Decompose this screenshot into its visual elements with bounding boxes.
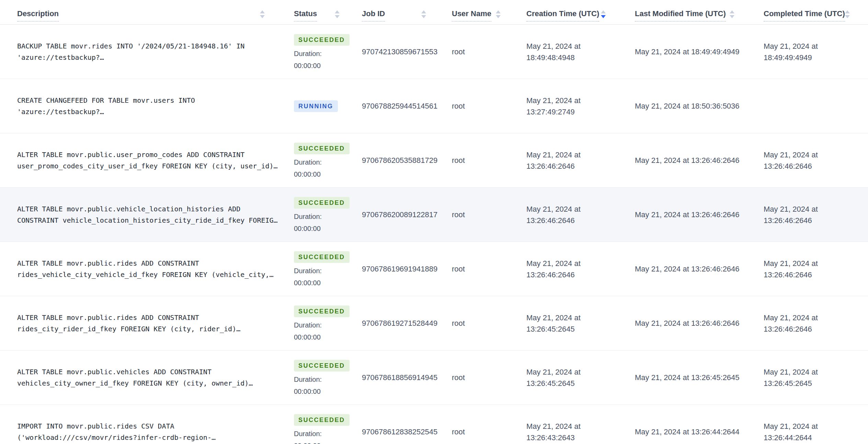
job-description-link[interactable]: BACKUP TABLE movr.rides INTO '/2024/05/2…: [0, 25, 294, 79]
sort-asc-icon[interactable]: [421, 10, 426, 13]
sort-asc-icon[interactable]: [601, 10, 606, 13]
user-name: root: [452, 296, 526, 350]
last-modified-time: May 21, 2024 at 13:26:45:2645: [635, 351, 764, 404]
table-row: ALTER TABLE movr.public.vehicle_location…: [0, 188, 868, 242]
sort-control[interactable]: [335, 10, 340, 18]
table-row: ALTER TABLE movr.public.rides ADD CONSTR…: [0, 242, 868, 296]
job-id: 970678620535881729: [362, 133, 452, 187]
completed-time: May 21, 2024 at 13:26:46:2646: [764, 242, 868, 296]
duration-value: 00:00:00: [294, 224, 321, 233]
column-header-completed-time[interactable]: Completed Time (UTC): [764, 0, 868, 24]
sort-desc-icon[interactable]: [260, 15, 265, 18]
sort-desc-icon[interactable]: [421, 15, 426, 18]
duration-label: Duration:: [294, 375, 322, 384]
duration-value: 00:00:00: [294, 62, 321, 70]
job-status-cell: SUCCEEDED Duration: 00:00:00: [294, 296, 362, 350]
creation-time: May 21, 2024 at 13:27:49:2749: [526, 79, 635, 133]
jobs-table: Description Status Job ID User Name Crea…: [0, 0, 868, 444]
sort-asc-icon[interactable]: [496, 10, 501, 13]
last-modified-time: May 21, 2024 at 13:26:44:2644: [635, 405, 764, 444]
column-label-job-id: Job ID: [362, 10, 385, 22]
job-description-link[interactable]: ALTER TABLE movr.public.rides ADD CONSTR…: [0, 242, 294, 296]
job-description-link[interactable]: ALTER TABLE movr.public.vehicle_location…: [0, 188, 294, 242]
column-header-creation-time[interactable]: Creation Time (UTC): [526, 0, 635, 24]
job-description-link[interactable]: ALTER TABLE movr.public.user_promo_codes…: [0, 133, 294, 187]
duration-label: Duration:: [294, 49, 322, 58]
sort-desc-icon[interactable]: [335, 15, 340, 18]
completed-time: May 21, 2024 at 13:26:46:2646: [764, 188, 868, 242]
creation-time: May 21, 2024 at 18:49:48:4948: [526, 25, 635, 79]
column-header-user-name[interactable]: User Name: [452, 0, 526, 24]
column-header-job-id[interactable]: Job ID: [362, 0, 452, 24]
status-badge: SUCCEEDED: [294, 414, 350, 426]
job-id: 970678619691941889: [362, 242, 452, 296]
sort-control[interactable]: [845, 10, 850, 18]
column-header-description[interactable]: Description: [0, 0, 294, 24]
creation-time: May 21, 2024 at 13:26:45:2645: [526, 351, 635, 404]
job-id: 970678620089122817: [362, 188, 452, 242]
status-badge: SUCCEEDED: [294, 197, 350, 209]
job-id: 970678612838252545: [362, 405, 452, 444]
column-header-last-modified-time[interactable]: Last Modified Time (UTC): [635, 0, 764, 24]
user-name: root: [452, 351, 526, 404]
sort-desc-icon[interactable]: [730, 15, 734, 18]
sort-asc-icon[interactable]: [730, 10, 734, 13]
sort-asc-icon[interactable]: [335, 10, 340, 13]
column-label-description: Description: [17, 10, 59, 22]
duration-value: 00:00:00: [294, 170, 321, 178]
creation-time: May 21, 2024 at 13:26:46:2646: [526, 242, 635, 296]
user-name: root: [452, 79, 526, 133]
status-badge: SUCCEEDED: [294, 251, 350, 263]
last-modified-time: May 21, 2024 at 18:49:49:4949: [635, 25, 764, 79]
table-row: CREATE CHANGEFEED FOR TABLE movr.users I…: [0, 79, 868, 133]
last-modified-time: May 21, 2024 at 13:26:46:2646: [635, 133, 764, 187]
sort-desc-icon[interactable]: [496, 15, 501, 18]
job-status-cell: SUCCEEDED Duration: 00:00:00: [294, 351, 362, 404]
completed-time: May 21, 2024 at 13:26:46:2646: [764, 133, 868, 187]
user-name: root: [452, 133, 526, 187]
duration-label: Duration:: [294, 267, 322, 275]
completed-time: [764, 79, 868, 133]
completed-time: May 21, 2024 at 13:26:44:2644: [764, 405, 868, 444]
sort-control[interactable]: [260, 10, 265, 18]
column-label-user-name: User Name: [452, 10, 491, 22]
status-badge: SUCCEEDED: [294, 34, 350, 46]
job-description-link[interactable]: ALTER TABLE movr.public.rides ADD CONSTR…: [0, 296, 294, 350]
user-name: root: [452, 188, 526, 242]
last-modified-time: May 21, 2024 at 13:26:46:2646: [635, 296, 764, 350]
completed-time: May 21, 2024 at 13:26:46:2646: [764, 296, 868, 350]
table-row: BACKUP TABLE movr.rides INTO '/2024/05/2…: [0, 25, 868, 79]
table-row: ALTER TABLE movr.public.rides ADD CONSTR…: [0, 296, 868, 351]
sort-asc-icon[interactable]: [260, 10, 265, 13]
user-name: root: [452, 405, 526, 444]
job-description-link[interactable]: CREATE CHANGEFEED FOR TABLE movr.users I…: [0, 79, 294, 133]
sort-control[interactable]: [730, 10, 734, 18]
last-modified-time: May 21, 2024 at 13:26:46:2646: [635, 242, 764, 296]
status-badge: SUCCEEDED: [294, 306, 350, 317]
job-id: 970678619271528449: [362, 296, 452, 350]
sort-desc-icon[interactable]: [845, 15, 850, 18]
duration-label: Duration:: [294, 430, 322, 438]
creation-time: May 21, 2024 at 13:26:46:2646: [526, 133, 635, 187]
duration-label: Duration:: [294, 212, 322, 221]
sort-control-active[interactable]: [601, 10, 606, 18]
job-id: 970678618856914945: [362, 351, 452, 404]
completed-time: May 21, 2024 at 13:26:45:2645: [764, 351, 868, 404]
sort-desc-icon-active[interactable]: [601, 15, 606, 18]
job-id: 970742130859671553: [362, 25, 452, 79]
sort-asc-icon[interactable]: [845, 10, 850, 13]
job-status-cell: RUNNING: [294, 79, 362, 133]
user-name: root: [452, 242, 526, 296]
status-badge: SUCCEEDED: [294, 143, 350, 154]
column-label-last-modified-time: Last Modified Time (UTC): [635, 10, 726, 22]
duration-value: 00:00:00: [294, 333, 321, 341]
status-badge: RUNNING: [294, 100, 338, 112]
sort-control[interactable]: [421, 10, 426, 18]
sort-control[interactable]: [496, 10, 501, 18]
column-header-status[interactable]: Status: [294, 0, 362, 24]
status-badge: SUCCEEDED: [294, 360, 350, 371]
job-status-cell: SUCCEEDED Duration: 00:00:00: [294, 188, 362, 242]
job-description-link[interactable]: ALTER TABLE movr.public.vehicles ADD CON…: [0, 351, 294, 404]
last-modified-time: May 21, 2024 at 18:50:36:5036: [635, 79, 764, 133]
job-description-link[interactable]: IMPORT INTO movr.public.rides CSV DATA (…: [0, 405, 294, 444]
